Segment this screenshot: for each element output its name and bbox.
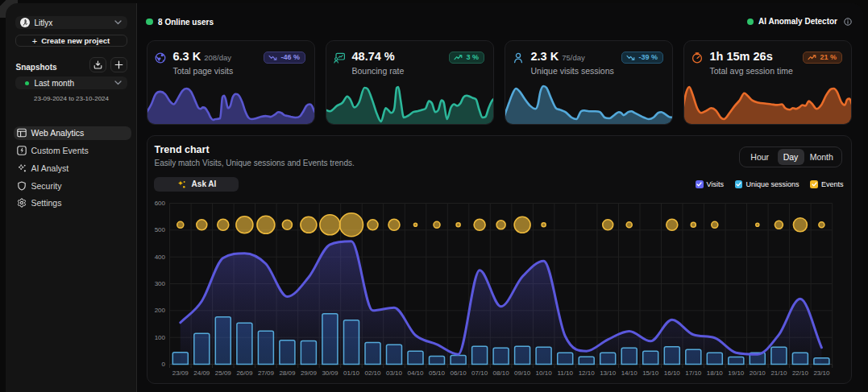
svg-text:300: 300 [154,280,165,287]
svg-text:400: 400 [154,254,165,261]
svg-text:27/09: 27/09 [257,369,274,377]
svg-text:09/10: 09/10 [514,369,531,377]
svg-text:20/10: 20/10 [749,369,766,377]
svg-text:08/10: 08/10 [492,369,509,377]
svg-text:11/10: 11/10 [557,369,573,377]
svg-text:03/10: 03/10 [385,369,402,377]
svg-text:17/10: 17/10 [685,369,702,377]
svg-text:23/09: 23/09 [172,369,189,377]
svg-text:07/10: 07/10 [471,369,488,377]
svg-text:01/10: 01/10 [343,369,359,377]
svg-text:18/10: 18/10 [706,369,723,377]
svg-text:06/10: 06/10 [450,369,467,377]
svg-text:02/10: 02/10 [364,369,381,377]
svg-text:25/09: 25/09 [214,369,231,377]
svg-text:15/10: 15/10 [642,369,659,377]
svg-text:600: 600 [154,200,165,207]
svg-text:14/10: 14/10 [621,369,638,377]
svg-text:21/10: 21/10 [770,369,787,377]
svg-text:10/10: 10/10 [535,369,552,377]
svg-text:12/10: 12/10 [578,369,595,377]
svg-text:26/09: 26/09 [236,369,253,377]
svg-text:04/10: 04/10 [407,369,424,377]
svg-text:23/10: 23/10 [813,369,830,377]
svg-text:22/10: 22/10 [791,369,808,377]
svg-text:0: 0 [161,361,165,368]
svg-text:500: 500 [154,226,165,233]
svg-text:100: 100 [154,334,165,341]
svg-text:30/09: 30/09 [322,369,338,377]
svg-text:13/10: 13/10 [600,369,617,377]
svg-text:200: 200 [154,307,165,314]
svg-text:28/09: 28/09 [279,369,296,377]
svg-text:29/09: 29/09 [300,369,317,377]
svg-text:05/10: 05/10 [428,369,445,377]
svg-text:24/09: 24/09 [193,369,210,377]
svg-text:16/10: 16/10 [663,369,680,377]
svg-text:19/10: 19/10 [728,369,745,377]
